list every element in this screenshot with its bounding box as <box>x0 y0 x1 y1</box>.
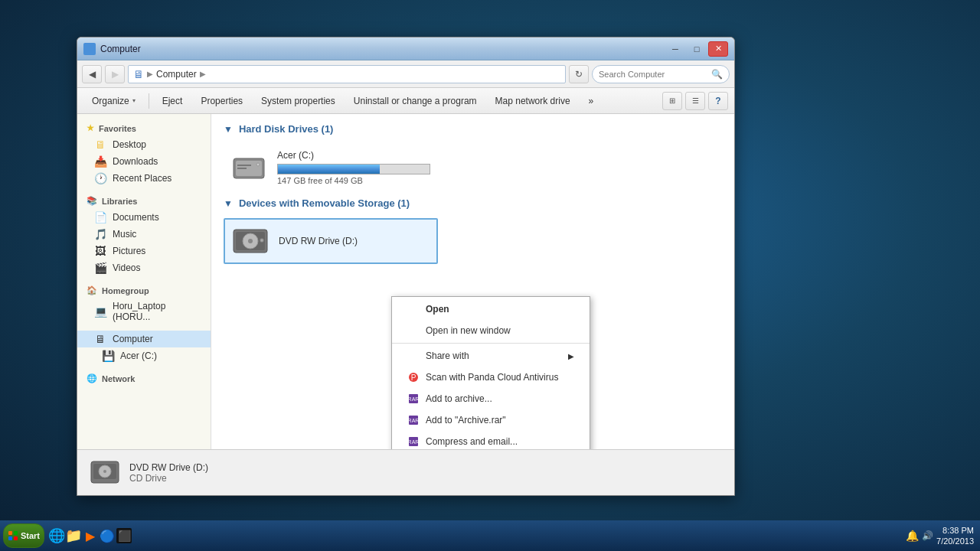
sidebar-item-desktop[interactable]: 🖥 Desktop <box>77 136 211 153</box>
view-tiles-button[interactable]: ⊞ <box>662 92 682 110</box>
acer-drive-item[interactable]: Acer (C:) 147 GB free of 449 GB <box>224 144 722 191</box>
svg-text:RAR: RAR <box>408 396 419 402</box>
ctx-add-archive[interactable]: RAR Add to archive... <box>392 388 590 409</box>
ctx-open-new-window[interactable]: Open in new window <box>392 320 590 341</box>
ctx-compress-email[interactable]: RAR Compress and email... <box>392 431 590 449</box>
svg-rect-29 <box>14 531 18 535</box>
desktop: Computer ─ □ ✕ ◀ ▶ 🖥 ▶ Computer ▶ ↻ 🔍 <box>0 0 980 551</box>
libraries-icon: 📚 <box>87 196 97 206</box>
taskbar-cmd[interactable]: ⬛ <box>116 528 132 543</box>
taskbar-notification-icon-2: 🔊 <box>922 530 933 541</box>
sidebar-libraries-header: 📚 Libraries <box>77 193 211 209</box>
sidebar: ★ Favorites 🖥 Desktop 📥 Downloads 🕐 Rece… <box>77 114 211 449</box>
taskbar-chrome[interactable]: 🔵 <box>100 528 115 543</box>
address-path[interactable]: 🖥 ▶ Computer ▶ <box>128 65 566 83</box>
taskbar-clock: 8:38 PM 7/20/2013 <box>936 525 974 547</box>
sidebar-item-laptop[interactable]: 💻 Horu_Laptop (HORU... <box>77 298 211 324</box>
bottom-drive-name: DVD RW Drive (D:) <box>129 462 208 473</box>
path-arrow: ▶ <box>147 70 153 78</box>
laptop-icon: 💻 <box>94 305 106 318</box>
sidebar-item-acer-c[interactable]: 💾 Acer (C:) <box>77 347 211 364</box>
hard-disks-header: ▼ Hard Disk Drives (1) <box>224 123 722 135</box>
help-button[interactable]: ? <box>708 92 728 110</box>
svg-rect-0 <box>86 45 89 48</box>
forward-button[interactable]: ▶ <box>105 65 125 83</box>
videos-icon: 🎬 <box>94 262 106 274</box>
svg-text:P: P <box>411 373 416 382</box>
minimize-button[interactable]: ─ <box>665 41 685 57</box>
ctx-add-archive-rar[interactable]: RAR Add to "Archive.rar" <box>392 409 590 431</box>
window-title: Computer <box>100 44 141 54</box>
sidebar-item-documents[interactable]: 📄 Documents <box>77 209 211 226</box>
eject-button[interactable]: Eject <box>154 90 191 112</box>
svg-rect-8 <box>237 168 247 169</box>
window-icon <box>83 43 96 55</box>
desktop-icon: 🖥 <box>94 139 106 151</box>
svg-rect-2 <box>86 50 89 53</box>
toolbar-separator-1 <box>149 93 149 109</box>
svg-text:RAR: RAR <box>408 418 419 423</box>
start-button[interactable]: Start <box>3 523 44 548</box>
devices-header: ▼ Devices with Removable Storage (1) <box>224 197 722 209</box>
svg-rect-7 <box>237 165 251 166</box>
toolbar: Organize ▾ Eject Properties System prope… <box>77 88 734 114</box>
ctx-open[interactable]: Open <box>392 298 590 320</box>
star-icon: ★ <box>87 123 94 133</box>
system-properties-button[interactable]: System properties <box>253 90 344 112</box>
search-input[interactable] <box>599 70 708 79</box>
sidebar-item-music[interactable]: 🎵 Music <box>77 226 211 243</box>
sidebar-item-pictures[interactable]: 🖼 Pictures <box>77 243 211 259</box>
sidebar-network-header: 🌐 Network <box>77 370 211 386</box>
ctx-scan-panda[interactable]: P Scan with Panda Cloud Antivirus <box>392 367 590 388</box>
dvd-drive-svg-icon <box>231 226 270 256</box>
pictures-icon: 🖼 <box>94 245 106 257</box>
search-box[interactable]: 🔍 <box>592 65 730 83</box>
uninstall-button[interactable]: Uninstall or change a program <box>345 90 485 112</box>
ctx-rar-icon-3: RAR <box>407 435 420 448</box>
svg-rect-28 <box>8 531 12 535</box>
bottom-dvd-icon <box>90 459 120 487</box>
path-icon: 🖥 <box>133 68 144 80</box>
svg-rect-6 <box>256 163 260 166</box>
ctx-scan-icon: P <box>407 371 420 383</box>
network-icon: 🌐 <box>87 373 97 383</box>
ctx-share-with[interactable]: Share with ▶ <box>392 345 590 367</box>
search-icon: 🔍 <box>711 69 723 80</box>
svg-point-27 <box>103 470 106 473</box>
close-button[interactable]: ✕ <box>708 41 728 57</box>
content-area: ▼ Hard Disk Drives (1) Ac <box>211 114 734 449</box>
start-label: Start <box>21 531 40 540</box>
properties-button[interactable]: Properties <box>192 90 251 112</box>
sidebar-item-recent[interactable]: 🕐 Recent Places <box>77 170 211 187</box>
taskbar-ie[interactable]: 🌐 <box>49 528 64 543</box>
address-bar: ◀ ▶ 🖥 ▶ Computer ▶ ↻ 🔍 <box>77 60 734 88</box>
sidebar-item-computer[interactable]: 🖥 Computer <box>77 331 211 347</box>
refresh-button[interactable]: ↻ <box>569 65 589 83</box>
ctx-share-icon <box>407 350 420 362</box>
taskbar: Start 🌐 📁 ▶ 🔵 ⬛ 🔔 🔊 8:38 PM 7/20/2013 <box>0 520 980 551</box>
toolbar-view-controls: ⊞ ☰ ? <box>662 92 728 110</box>
dvd-drive-name: DVD RW Drive (D:) <box>279 236 358 246</box>
bottom-bar: DVD RW Drive (D:) CD Drive <box>77 449 734 495</box>
context-menu: Open Open in new window Share with ▶ <box>391 296 590 449</box>
taskbar-explorer[interactable]: 📁 <box>66 528 81 543</box>
ctx-sep-1 <box>392 343 590 344</box>
view-list-button[interactable]: ☰ <box>685 92 705 110</box>
bottom-drive-info: DVD RW Drive (D:) CD Drive <box>129 462 208 484</box>
sidebar-item-videos[interactable]: 🎬 Videos <box>77 259 211 276</box>
ctx-rar-icon-1: RAR <box>407 393 420 405</box>
svg-rect-1 <box>90 45 93 48</box>
computer-icon: 🖥 <box>94 333 106 345</box>
more-toolbar-button[interactable]: » <box>580 90 603 112</box>
sidebar-favorites-section: ★ Favorites 🖥 Desktop 📥 Downloads 🕐 Rece… <box>77 120 211 187</box>
maximize-button[interactable]: □ <box>687 41 707 57</box>
acer-drive-bar-fill <box>278 165 380 174</box>
organize-button[interactable]: Organize ▾ <box>83 90 144 112</box>
svg-rect-31 <box>14 536 18 540</box>
taskbar-date-display: 7/20/2013 <box>936 536 974 546</box>
taskbar-wmp[interactable]: ▶ <box>83 528 98 543</box>
back-button[interactable]: ◀ <box>82 65 102 83</box>
dvd-drive-item[interactable]: DVD RW Drive (D:) <box>224 218 438 264</box>
sidebar-item-downloads[interactable]: 📥 Downloads <box>77 153 211 170</box>
map-network-button[interactable]: Map network drive <box>487 90 579 112</box>
